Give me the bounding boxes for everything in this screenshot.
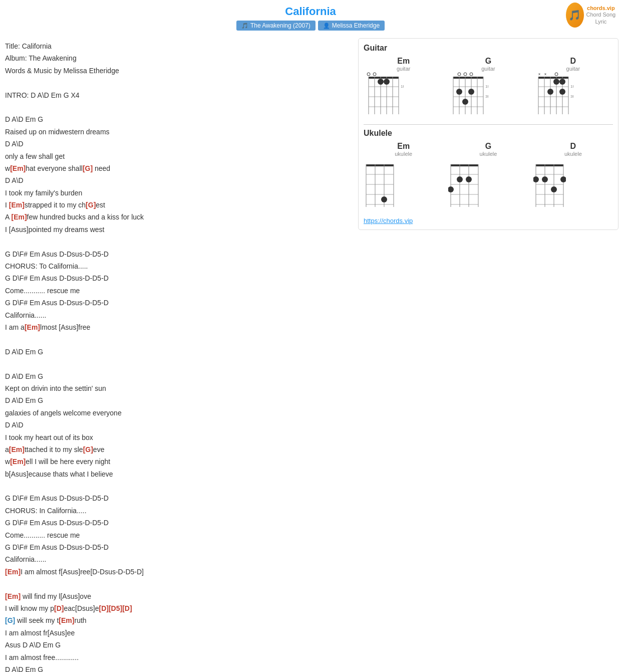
svg-point-95 (533, 176, 539, 182)
chorus2-line5: G D\F# Em Asus D-Dsus-D-D5-D (5, 542, 351, 553)
svg-text:x: x (538, 72, 540, 76)
svg-point-35 (555, 73, 558, 76)
verse1-line10: I [Asus]pointed my dreams west (5, 224, 351, 235)
svg-point-13 (384, 79, 390, 85)
lyrics-section: Title: California Album: The Awakening W… (3, 38, 353, 672)
svg-rect-66 (451, 164, 478, 166)
svg-point-80 (448, 186, 454, 192)
verse2-line10: b[Asus]ecause thats what I believe (5, 469, 351, 480)
bridge-line4: I am almost fr[Asus]ee (5, 627, 351, 638)
verse2-line8: a[Em]ttached it to my sle[G]eve (5, 444, 351, 455)
svg-rect-52 (366, 164, 394, 166)
bridge-line6: I am almost free............ (5, 652, 351, 663)
bridge-line1: [Em] will find my l[Asus]ove (5, 591, 351, 602)
svg-point-47 (559, 79, 565, 85)
chord-g-guitar[interactable]: G guitar (448, 57, 528, 117)
verse2-line1: D A\D Em G (5, 346, 351, 357)
logo-text: chords.vipChord Song Lyric (586, 5, 616, 25)
svg-point-48 (547, 89, 553, 95)
album-tag[interactable]: 🎵 The Awakening (2007) (236, 21, 316, 31)
verse2-line2: D A\D Em G (5, 371, 351, 382)
site-logo[interactable]: 🎵 chords.vipChord Song Lyric (566, 3, 616, 28)
svg-point-46 (553, 79, 559, 85)
spacer7 (5, 578, 351, 589)
svg-point-96 (542, 176, 548, 182)
svg-point-81 (466, 176, 472, 182)
svg-point-98 (560, 176, 566, 182)
verse1-line8: I [Em]strapped it to my ch[G]est (5, 199, 351, 210)
svg-rect-36 (538, 77, 568, 79)
meta-album: Album: The Awakening (5, 53, 351, 64)
verse2-line6: D A\D (5, 419, 351, 430)
chord-em-guitar[interactable]: Em guitar (364, 57, 443, 117)
svg-point-27 (470, 73, 473, 76)
chord-url[interactable]: https://chords.vip (364, 217, 613, 225)
meta-author: Words & Music by Melissa Etheridge (5, 65, 351, 76)
page-title: California (0, 5, 621, 18)
intro: INTRO: D A\D Em G X4 (5, 90, 351, 101)
ukulele-heading: Ukulele (364, 129, 613, 138)
main-content: Title: California Album: The Awakening W… (0, 36, 621, 672)
svg-rect-0 (369, 77, 399, 79)
svg-rect-82 (536, 164, 563, 166)
verse1-line3: D A\D (5, 138, 351, 149)
chord-d-ukulele[interactable]: D ukulele 1fr 2fr 3fr 4fr (533, 142, 613, 209)
chorus1-line7: I am a[Em]lmost [Asus]free (5, 322, 351, 333)
svg-text:3fr: 3fr (485, 94, 488, 99)
bridge-line3: [G] will seek my t[Em]ruth (5, 615, 351, 626)
svg-text:1fr: 1fr (401, 84, 404, 89)
svg-point-49 (559, 89, 565, 95)
svg-rect-15 (453, 77, 483, 79)
artist-label: Melissa Etheridge (332, 22, 380, 29)
ukulele-chord-row: Em ukulele 1fr 2fr 3fr 4fr (364, 142, 613, 209)
chorus2-line7: [Em]I am almost f[Asus]ree[D-Dsus-D-D5-D… (5, 566, 351, 577)
chorus1-line3: G D\F# Em Asus D-Dsus-D-D5-D (5, 273, 351, 284)
chorus1-line1: G D\F# Em Asus D-Dsus-D-D5-D (5, 249, 351, 260)
tag-row: 🎵 The Awakening (2007) 👤 Melissa Etherid… (0, 21, 621, 31)
verse1-line9: A [Em]few hundred bucks and a kiss for l… (5, 211, 351, 222)
chorus2-line2: CHORUS: In California..... (5, 505, 351, 516)
chorus1-line2: CHORUS: To California..... (5, 261, 351, 272)
chorus2-line1: G D\F# Em Asus D-Dsus-D-D5-D (5, 493, 351, 504)
verse1-line6: D A\D (5, 175, 351, 186)
svg-point-11 (373, 73, 376, 76)
svg-point-97 (551, 186, 557, 192)
spacer3 (5, 236, 351, 247)
verse1-line1: D A\D Em G (5, 114, 351, 125)
spacer5 (5, 358, 351, 369)
chord-d-guitar[interactable]: D guitar x x (533, 57, 613, 117)
spacer6 (5, 481, 351, 492)
logo-circle: 🎵 (566, 3, 584, 28)
artist-tag[interactable]: 👤 Melissa Etheridge (318, 21, 385, 31)
chord-g-ukulele[interactable]: G ukulele 1fr 2fr 3fr 4fr (448, 142, 528, 209)
svg-point-12 (378, 79, 384, 85)
chorus1-line5: G D\F# Em Asus D-Dsus-D-D5-D (5, 297, 351, 308)
chorus1-line4: Come........... rescue me (5, 285, 351, 296)
svg-text:1fr: 1fr (485, 84, 488, 89)
spacer2 (5, 102, 351, 113)
bridge-line2: I will know my p[D]eac[Dsus]e[D][D5][D] (5, 603, 351, 614)
chorus1-line6: California...... (5, 310, 351, 321)
spacer1 (5, 77, 351, 88)
verse1-line2: Raised up on midwestern dreams (5, 126, 351, 137)
svg-text:1fr: 1fr (570, 84, 573, 89)
verse2-line9: w[Em]ell I will be here every night (5, 456, 351, 467)
svg-text:3fr: 3fr (570, 94, 573, 99)
chorus2-line4: Come........... rescue me (5, 530, 351, 541)
bridge-line7: D A\D Em G (5, 664, 351, 672)
verse1-line5: w[Em]hat everyone shall[G] need (5, 163, 351, 174)
spacer4 (5, 334, 351, 345)
svg-point-65 (381, 196, 387, 202)
svg-point-25 (458, 73, 461, 76)
verse1-line4: only a few shall get (5, 151, 351, 162)
person-icon: 👤 (323, 23, 330, 29)
meta-title: Title: California (5, 41, 351, 52)
album-label: The Awakening (2007) (250, 22, 310, 29)
chorus2-line6: California...... (5, 554, 351, 565)
guitar-chord-row: Em guitar (364, 57, 613, 117)
verse2-line3: Kept on drivin into the settin' sun (5, 383, 351, 394)
chord-divider (364, 124, 613, 125)
verse1-line7: I took my family's burden (5, 187, 351, 198)
chord-em-ukulele[interactable]: Em ukulele 1fr 2fr 3fr 4fr (364, 142, 443, 209)
chorus2-line3: G D\F# Em Asus D-Dsus-D-D5-D (5, 517, 351, 528)
